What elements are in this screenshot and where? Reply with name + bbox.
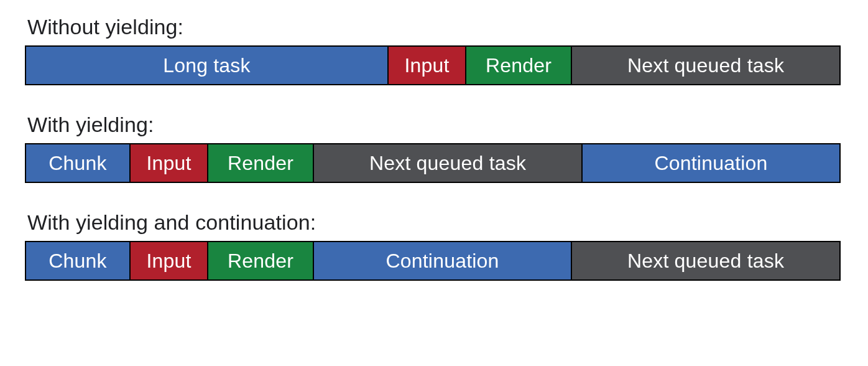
segment-input: Input [389, 45, 466, 85]
segment-render: Render [208, 241, 314, 281]
task-scheduling-diagram: Without yielding: Long task Input Render… [0, 0, 868, 366]
task-bar: Long task Input Render Next queued task [25, 45, 843, 85]
row-title: With yielding: [27, 113, 843, 137]
row-with-yielding: With yielding: Chunk Input Render Next q… [25, 113, 843, 183]
segment-continuation: Continuation [583, 143, 841, 183]
row-with-yielding-and-continuation: With yielding and continuation: Chunk In… [25, 210, 843, 281]
segment-next-queued-task: Next queued task [572, 241, 841, 281]
row-title: With yielding and continuation: [27, 210, 843, 235]
segment-chunk: Chunk [25, 241, 131, 281]
task-bar: Chunk Input Render Continuation Next que… [25, 241, 843, 281]
segment-chunk: Chunk [25, 143, 131, 183]
segment-input: Input [131, 143, 208, 183]
segment-render: Render [466, 45, 572, 85]
segment-continuation: Continuation [314, 241, 572, 281]
segment-long-task: Long task [25, 45, 389, 85]
task-bar: Chunk Input Render Next queued task Cont… [25, 143, 843, 183]
segment-render: Render [208, 143, 314, 183]
segment-next-queued-task: Next queued task [572, 45, 841, 85]
segment-next-queued-task: Next queued task [314, 143, 583, 183]
segment-input: Input [131, 241, 208, 281]
row-without-yielding: Without yielding: Long task Input Render… [25, 15, 843, 85]
row-title: Without yielding: [27, 15, 843, 39]
